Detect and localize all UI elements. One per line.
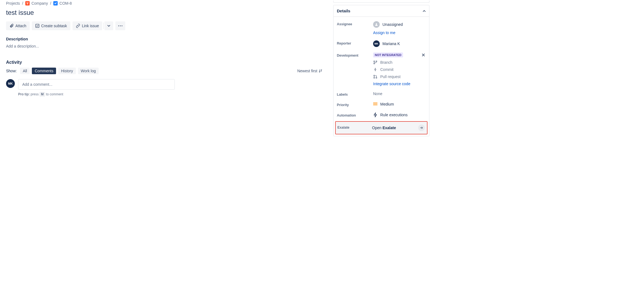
- breadcrumb-project-label: Company: [31, 1, 48, 5]
- svg-point-9: [374, 75, 375, 76]
- lightning-icon: [373, 112, 377, 117]
- reporter-avatar: MK: [373, 40, 380, 47]
- dev-branch[interactable]: Branch: [373, 60, 426, 65]
- link-issue-button[interactable]: Link issue: [73, 21, 102, 30]
- link-issue-label: Link issue: [82, 24, 99, 28]
- toolbar: Attach Create subtask Link issue: [6, 21, 322, 30]
- create-subtask-button[interactable]: Create subtask: [32, 21, 70, 30]
- close-icon[interactable]: [421, 52, 426, 57]
- description-placeholder[interactable]: Add a description...: [6, 44, 322, 48]
- attachment-icon: [9, 24, 14, 28]
- open-exalate-button[interactable]: Open Exalate: [372, 124, 425, 131]
- user-avatar: MK: [6, 79, 15, 88]
- tab-comments[interactable]: Comments: [32, 68, 56, 74]
- exalate-label: Exalate: [337, 124, 372, 131]
- tab-history[interactable]: History: [58, 68, 76, 74]
- tab-worklog[interactable]: Work log: [78, 68, 99, 74]
- assign-to-me-link[interactable]: Assign to me: [373, 31, 426, 35]
- issue-title[interactable]: test issue: [6, 9, 322, 16]
- chevron-up-icon[interactable]: [423, 9, 426, 13]
- create-subtask-label: Create subtask: [41, 24, 67, 28]
- link-issue-dropdown[interactable]: [104, 21, 113, 30]
- pull-request-icon: [373, 74, 377, 79]
- activity-title: Activity: [6, 60, 322, 65]
- breadcrumb-projects[interactable]: Projects: [6, 1, 20, 5]
- branch-icon: [373, 60, 377, 65]
- unassigned-avatar-icon: [373, 21, 380, 28]
- description-label: Description: [6, 37, 322, 41]
- svg-point-8: [375, 69, 376, 70]
- commit-icon: [373, 67, 377, 72]
- more-icon: [118, 25, 123, 26]
- svg-point-1: [118, 25, 119, 26]
- pro-tip: Pro tip: press M to comment: [18, 92, 322, 96]
- svg-point-4: [376, 23, 377, 24]
- svg-point-10: [374, 77, 375, 78]
- tab-all[interactable]: All: [20, 68, 30, 74]
- open-exalate-label: Open Exalate: [372, 126, 396, 130]
- priority-value[interactable]: Medium: [373, 102, 426, 106]
- reporter-value[interactable]: MK Mariana K: [373, 40, 426, 47]
- project-icon: [25, 1, 30, 5]
- breadcrumb-project[interactable]: Company: [25, 1, 48, 5]
- priority-label: Priority: [337, 102, 373, 107]
- details-title: Details: [337, 9, 350, 13]
- key-m: M: [40, 92, 45, 96]
- comment-input[interactable]: Add a comment...: [18, 79, 175, 90]
- subtask-icon: [35, 24, 40, 28]
- svg-point-6: [374, 63, 375, 64]
- svg-point-3: [122, 25, 123, 26]
- sort-icon: [318, 69, 322, 73]
- attach-label: Attach: [15, 24, 26, 28]
- breadcrumb: Projects / Company / COM-8: [6, 1, 322, 5]
- not-integrated-badge: NOT INTEGRATED: [373, 52, 403, 57]
- labels-label: Labels: [337, 92, 373, 96]
- svg-point-7: [376, 61, 377, 62]
- sort-button[interactable]: Newest first: [297, 69, 322, 73]
- attach-button[interactable]: Attach: [6, 21, 30, 30]
- svg-point-2: [120, 25, 121, 26]
- assignee-value[interactable]: Unassigned: [373, 21, 426, 28]
- show-label: Show:: [6, 69, 17, 73]
- integrate-source-link[interactable]: Integrate source code: [373, 82, 426, 86]
- automation-label: Automation: [337, 112, 373, 117]
- more-actions-button[interactable]: [115, 21, 125, 30]
- arrow-right-icon: [418, 124, 425, 131]
- sort-label: Newest first: [297, 69, 317, 73]
- automation-value[interactable]: Rule executions: [373, 112, 426, 117]
- link-icon: [76, 24, 80, 28]
- breadcrumb-separator: /: [50, 1, 51, 5]
- chevron-down-icon: [107, 24, 110, 27]
- svg-point-11: [376, 77, 377, 78]
- exalate-row: Exalate Open Exalate: [335, 121, 428, 134]
- dev-pull-request[interactable]: Pull request: [373, 74, 426, 79]
- details-panel: Details Assignee Unassigned: [333, 5, 429, 136]
- breadcrumb-issue[interactable]: COM-8: [53, 1, 72, 5]
- breadcrumb-issue-label: COM-8: [59, 1, 72, 5]
- development-label: Development: [337, 52, 373, 86]
- labels-value[interactable]: None: [373, 92, 426, 96]
- svg-point-5: [374, 61, 375, 62]
- breadcrumb-separator: /: [22, 1, 23, 5]
- reporter-label: Reporter: [337, 40, 373, 47]
- panel-above-sliver: [333, 1, 429, 3]
- pro-tip-label: Pro tip:: [18, 92, 30, 96]
- priority-medium-icon: [373, 103, 377, 106]
- assignee-label: Assignee: [337, 21, 373, 35]
- dev-commit[interactable]: Commit: [373, 67, 426, 72]
- task-icon: [53, 1, 58, 5]
